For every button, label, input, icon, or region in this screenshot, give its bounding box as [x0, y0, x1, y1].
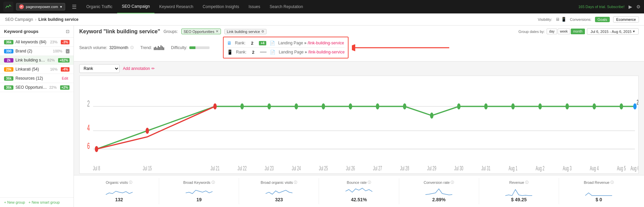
nav-tab-keyword-research[interactable]: Keyword Research [154, 0, 198, 13]
sidebar-resize-icon[interactable]: ⊡ [66, 29, 70, 34]
trend-label: Trend: [140, 45, 152, 50]
site-selector[interactable]: P pageonepower.com ▾ [16, 3, 65, 10]
kw-group-date: Group dates by: day week month Jul 6, 20… [518, 28, 639, 35]
metric-value-conversion-rate: 2.89% [432, 197, 446, 202]
site-icon: P [19, 4, 24, 9]
rank-chart: 2 4 6 [79, 76, 639, 174]
trend-bars [154, 45, 164, 50]
mobile-vis-icon[interactable]: 📱 [561, 17, 566, 22]
ecommerce-button[interactable]: Ecommerce [613, 16, 639, 23]
chart-dot [376, 104, 379, 110]
chart-dot [213, 104, 217, 110]
nav-tab-competition-insights[interactable]: Competition Insights [198, 0, 244, 13]
sidebar-pct-seo-opp: 22% [49, 85, 57, 89]
rank-label-desktop: Rank: [235, 41, 245, 45]
nav-tab-organic-traffic[interactable]: Organic Traffic [82, 0, 117, 13]
sidebar-items: 36k All keywords (84) 23% -3% 390 Brand … [0, 38, 74, 197]
rank-page-icon-mobile[interactable]: 📄 [270, 50, 275, 55]
play-icon[interactable]: ▶ [629, 4, 632, 9]
metric-chart-broad-keywords [186, 186, 213, 196]
nav-tab-search-reputation[interactable]: Search Reputation [265, 0, 308, 13]
date-btn-day[interactable]: day [547, 29, 557, 34]
rank-landing-mobile: Landing Page » /link-building-service [279, 50, 344, 54]
kw-group-seo-opp-remove[interactable]: ✕ [216, 29, 219, 34]
desktop-vis-icon[interactable]: 🖥 [555, 17, 560, 22]
svg-text:Jul 27: Jul 27 [373, 165, 382, 172]
metric-label-broad-keywords: Broad Keywords ⓘ [183, 180, 215, 185]
conversions-label: Conversions: [570, 17, 591, 22]
svg-text:Jul 26: Jul 26 [346, 165, 355, 172]
kw-group-seo-opp-label: SEO Opportunities [184, 30, 215, 34]
kw-badge-resources: 36k [4, 76, 13, 81]
metric-organic-visits: Organic visits ⓘ 132 [79, 178, 159, 204]
chart-dot [146, 128, 149, 134]
rank-page-icon-desktop[interactable]: 📄 [270, 41, 275, 46]
sidebar-change-resources[interactable]: Edit [60, 76, 70, 81]
chart-dot [322, 104, 325, 110]
group-dates-label: Group dates by: [518, 30, 545, 34]
kw-title-row: Keyword "link building service" Groups: … [79, 28, 639, 35]
rank-landing-link-mobile[interactable]: /link-building-service [308, 50, 345, 54]
chart-dot [457, 104, 460, 110]
date-btn-month[interactable]: month [571, 29, 585, 34]
sidebar-pct-linkarati: 16% [50, 67, 57, 71]
new-group-button[interactable]: + New group [4, 200, 25, 204]
sidebar-item-brand[interactable]: 390 Brand (2) 100% - [0, 47, 74, 56]
gear-icon[interactable]: ⚙ [636, 4, 641, 9]
search-volume-info-icon[interactable]: ⓘ [130, 45, 134, 50]
chart-dot [294, 104, 298, 110]
chevron-down-icon: ▾ [60, 5, 62, 9]
svg-text:Aug 3: Aug 3 [563, 165, 571, 172]
chart-dot [538, 104, 542, 110]
new-smart-group-button[interactable]: + New smart group [29, 200, 60, 204]
kw-group-gear-icon[interactable]: ⚙ [261, 30, 264, 33]
date-btn-week[interactable]: week [558, 29, 570, 34]
breadcrumb: SEO Campaign › Link building service [5, 17, 79, 22]
add-annotation-button[interactable]: Add annotation ✏ [123, 66, 155, 71]
chart-controls: Rank Add annotation ✏ [74, 61, 644, 76]
sidebar-change-linkarati: -4% [61, 67, 70, 72]
difficulty-bar [189, 46, 210, 49]
metric-info-icon: ⓘ [451, 180, 454, 185]
hamburger-icon[interactable]: ☰ [72, 4, 77, 10]
chart-dot [511, 104, 515, 110]
svg-text:Jul 25: Jul 25 [319, 165, 328, 172]
trend-bar [159, 47, 160, 50]
metric-chart-organic-visits [106, 186, 133, 196]
sidebar-item-resources[interactable]: 36k Resources (12) Edit [0, 74, 74, 83]
svg-text:Aug 2: Aug 2 [536, 165, 544, 172]
trend-bar [160, 45, 162, 50]
kw-group-tag-seo-opp: SEO Opportunities ✕ [181, 29, 221, 34]
date-range-button[interactable]: Jul 6, 2015 - Aug 6, 2015 ▾ [587, 28, 639, 35]
search-volume-meta: Search volume: 320/month ⓘ [79, 45, 134, 50]
rank-landing-link-desktop[interactable]: /link-building-service [308, 41, 344, 45]
sidebar-item-all-keywords[interactable]: 36k All keywords (84) 23% -3% [0, 38, 74, 47]
pencil-icon: ✏ [151, 66, 155, 71]
goals-badge[interactable]: Goals [595, 17, 610, 22]
breadcrumb-seo-campaign[interactable]: SEO Campaign [5, 17, 33, 22]
difficulty-meta: Difficulty: [171, 45, 209, 50]
kw-group-link-building-label: Link building service [227, 30, 260, 34]
sidebar: Keyword groups ⊡ 36k All keywords (84) 2… [0, 26, 74, 207]
rank-change-mobile [260, 52, 267, 52]
nav-tab-issues[interactable]: Issues [244, 0, 265, 13]
chart-dot [240, 104, 244, 110]
trend-bar [156, 48, 157, 50]
rank-arrow-sep-mobile: » [305, 50, 308, 54]
rank-select[interactable]: Rank [79, 64, 120, 73]
sidebar-item-link-building[interactable]: 2k Link building serv... (8) 82% +82% [0, 56, 74, 65]
metric-conversion-rate: Conversion rate ⓘ 2.89% [399, 178, 479, 204]
subscribe-link[interactable]: Subscribe! [607, 5, 625, 9]
metric-revenue: Revenue ⓘ $ 49.25 [479, 178, 559, 204]
svg-text:Jul 8: Jul 8 [93, 165, 100, 172]
kw-badge-brand: 390 [4, 49, 13, 53]
sidebar-label-resources: Resources (12) [15, 76, 55, 81]
visibility-icons: 🖥 📱 [555, 17, 566, 22]
sidebar-item-linkarati[interactable]: 29k Linkarati (54) 16% -4% [0, 65, 74, 74]
nav-tab-seo-campaign[interactable]: SEO Campaign [117, 0, 154, 13]
metric-broad-organic-visits: Broad organic visits ⓘ 323 [239, 178, 319, 204]
difficulty-bar-fill [189, 46, 195, 49]
sidebar-item-seo-opp[interactable]: 36k SEO Opportunities (84) 22% +2% [0, 83, 74, 92]
kw-title: Keyword "link building service" [79, 29, 160, 35]
mobile-icon: 📱 [227, 49, 233, 55]
